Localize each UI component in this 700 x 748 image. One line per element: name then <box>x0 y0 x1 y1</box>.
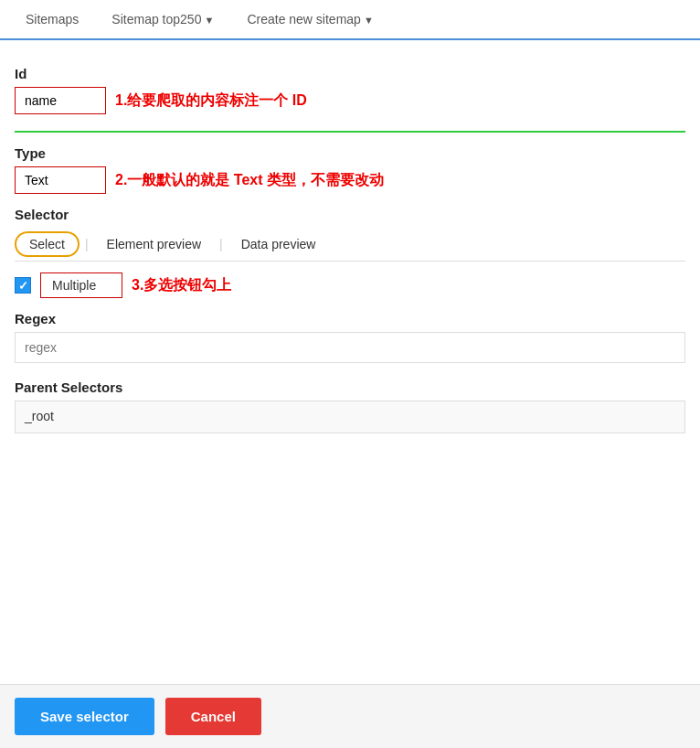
multiple-row: Multiple 3.多选按钮勾上 <box>15 272 685 298</box>
type-annotation: 2.一般默认的就是 Text 类型，不需要改动 <box>115 171 384 190</box>
regex-label: Regex <box>15 311 685 326</box>
save-selector-button[interactable]: Save selector <box>15 698 154 735</box>
tab-divider-2: | <box>219 237 223 251</box>
id-annotation: 1.给要爬取的内容标注一个 ID <box>115 91 307 111</box>
type-input[interactable] <box>15 166 106 194</box>
id-label: Id <box>15 66 685 81</box>
tab-element-preview[interactable]: Element preview <box>90 230 218 259</box>
parent-selectors-label: Parent Selectors <box>15 379 685 395</box>
tab-select[interactable]: Select <box>15 231 80 257</box>
id-section: Id 1.给要爬取的内容标注一个 ID <box>15 66 685 133</box>
type-label: Type <box>15 145 685 161</box>
multiple-label: Multiple <box>40 272 122 298</box>
nav-create-new-sitemap[interactable]: Create new sitemap <box>230 3 389 36</box>
selector-section: Selector Select | Element preview | Data… <box>15 207 685 298</box>
cancel-button[interactable]: Cancel <box>165 698 261 735</box>
multiple-checkbox[interactable] <box>15 277 31 294</box>
regex-section: Regex <box>15 311 685 363</box>
selector-tabs: Select | Element preview | Data preview <box>15 228 685 262</box>
type-field-row: 2.一般默认的就是 Text 类型，不需要改动 <box>15 166 685 194</box>
top-nav: Sitemaps Sitemap top250 Create new sitem… <box>0 0 700 40</box>
parent-selectors-value: _root <box>15 401 685 433</box>
regex-input[interactable] <box>15 332 685 363</box>
nav-sitemaps[interactable]: Sitemaps <box>9 3 95 36</box>
form-content: Id 1.给要爬取的内容标注一个 ID Type 2.一般默认的就是 Text … <box>0 40 700 507</box>
type-section: Type 2.一般默认的就是 Text 类型，不需要改动 <box>15 145 685 194</box>
selector-label: Selector <box>15 207 685 222</box>
id-field-row: 1.给要爬取的内容标注一个 ID <box>15 87 685 114</box>
multiple-annotation: 3.多选按钮勾上 <box>132 276 231 295</box>
tab-data-preview[interactable]: Data preview <box>225 230 333 259</box>
bottom-bar: Save selector Cancel <box>0 684 700 748</box>
tab-divider-1: | <box>85 237 89 251</box>
nav-sitemap-top250[interactable]: Sitemap top250 <box>95 3 230 36</box>
id-input[interactable] <box>15 87 106 114</box>
parent-selectors-section: Parent Selectors _root <box>15 379 685 433</box>
